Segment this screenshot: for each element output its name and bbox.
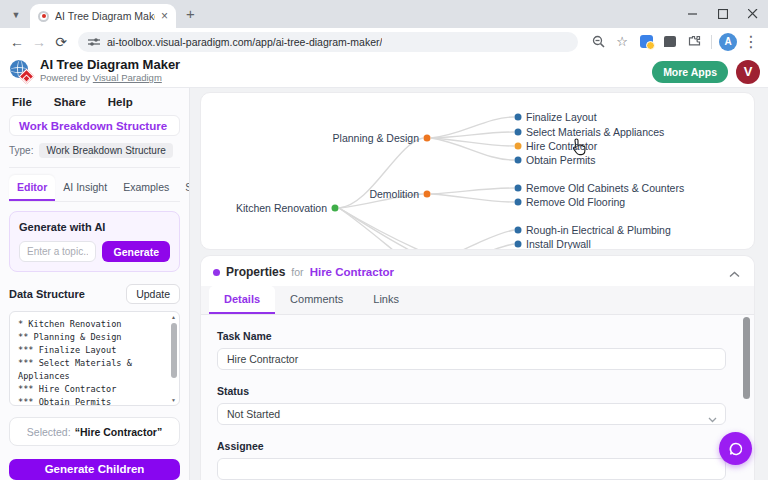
- new-tab-button[interactable]: +: [186, 6, 195, 21]
- sidebar: File Share Help Work Breakdown Structure…: [0, 88, 190, 480]
- tab-details[interactable]: Details: [209, 286, 275, 314]
- tree-node-dot[interactable]: [515, 227, 522, 234]
- user-avatar[interactable]: V: [736, 60, 760, 84]
- menu-share[interactable]: Share: [54, 96, 86, 108]
- browser-toolbar: ← → ⟳ ai-toolbox.visual-paradigm.com/app…: [0, 28, 768, 55]
- tree-node-label[interactable]: Select Materials & Appliances: [526, 126, 664, 138]
- data-structure-editor[interactable]: * Kitchen Renovation ** Planning & Desig…: [9, 311, 180, 406]
- generate-children-button[interactable]: Generate Children: [9, 459, 180, 480]
- scrollbar-thumb[interactable]: [171, 323, 177, 378]
- status-label: Status: [217, 385, 726, 397]
- properties-header: Properties for Hire Contractor: [201, 256, 754, 286]
- tree-link: [455, 244, 514, 250]
- chat-bubble-button[interactable]: [719, 432, 752, 465]
- tree-node-dot[interactable]: [515, 143, 522, 150]
- tree-node-label[interactable]: Obtain Permits: [526, 154, 595, 166]
- scroll-up-icon[interactable]: ▲: [169, 314, 178, 320]
- tree-node-dot[interactable]: [515, 129, 522, 136]
- tree-node-dot[interactable]: [332, 205, 339, 212]
- properties-target: Hire Contractor: [310, 266, 394, 278]
- tab-examples[interactable]: Examples: [115, 175, 177, 201]
- diagram-title-field[interactable]: Work Breakdown Structure: [9, 115, 180, 136]
- extension-colored-icon[interactable]: [636, 32, 656, 52]
- tab-search-chevron-icon[interactable]: ▼: [8, 7, 24, 23]
- tree-node-label[interactable]: Rough-in Electrical & Plumbing: [526, 224, 671, 236]
- zoom-out-icon[interactable]: [588, 32, 608, 52]
- tree-node-label[interactable]: Finalize Layout: [526, 111, 597, 123]
- assignee-label: Assignee: [217, 440, 726, 452]
- assignee-field[interactable]: [217, 458, 726, 480]
- tree-link: [339, 208, 473, 250]
- task-name-field[interactable]: [217, 348, 726, 370]
- browser-tab[interactable]: AI Tree Diagram Maker ×: [30, 4, 176, 28]
- app-logo-icon: [10, 60, 32, 82]
- update-button[interactable]: Update: [126, 284, 180, 304]
- type-label: Type:: [9, 145, 33, 156]
- address-bar[interactable]: ai-toolbox.visual-paradigm.com/app/ai-tr…: [78, 32, 578, 52]
- window-close-button[interactable]: [738, 0, 768, 28]
- tab-ai-insight[interactable]: AI Insight: [55, 175, 115, 201]
- tree-link: [339, 208, 439, 250]
- tree-node-label[interactable]: Kitchen Renovation: [236, 202, 327, 214]
- visual-paradigm-link[interactable]: Visual Paradigm: [93, 72, 162, 83]
- tree-node-dot[interactable]: [424, 135, 431, 142]
- forward-icon[interactable]: →: [28, 31, 50, 53]
- generate-with-ai-panel: Generate with AI Generate: [9, 211, 180, 272]
- selected-value: “Hire Contractor”: [75, 426, 163, 438]
- scroll-down-icon[interactable]: ▼: [169, 397, 178, 403]
- menubar: File Share Help: [9, 88, 180, 115]
- diagram-canvas[interactable]: Kitchen RenovationPlanning & DesignDemol…: [200, 92, 755, 250]
- tree-node-dot[interactable]: [515, 114, 522, 121]
- menu-help[interactable]: Help: [108, 96, 133, 108]
- main-area: Kitchen RenovationPlanning & DesignDemol…: [190, 88, 768, 480]
- browser-profile-avatar[interactable]: A: [719, 33, 737, 51]
- menu-file[interactable]: File: [12, 96, 32, 108]
- tree-node-label[interactable]: Demolition: [369, 188, 419, 200]
- properties-panel: Properties for Hire Contractor Details C…: [200, 255, 755, 480]
- tree-node-dot[interactable]: [515, 157, 522, 164]
- tree-node-dot[interactable]: [424, 191, 431, 198]
- collapse-chevron-icon[interactable]: [729, 264, 740, 282]
- tab-title: AI Tree Diagram Maker: [55, 10, 155, 22]
- reload-icon[interactable]: ⟳: [50, 31, 72, 53]
- tab-comments[interactable]: Comments: [275, 286, 358, 314]
- tree-node-label[interactable]: Planning & Design: [333, 132, 419, 144]
- tree-link: [431, 138, 514, 160]
- toolbar-separator: [711, 35, 712, 49]
- more-apps-button[interactable]: More Apps: [652, 61, 728, 83]
- site-settings-sliders-icon: [88, 37, 100, 47]
- bookmark-star-icon[interactable]: ☆: [612, 32, 632, 52]
- selected-label: Selected:: [27, 426, 71, 438]
- generate-panel-title: Generate with AI: [19, 221, 170, 233]
- scrollbar-thumb[interactable]: [743, 317, 750, 399]
- tab-close-icon[interactable]: ×: [161, 10, 168, 22]
- tab-editor[interactable]: Editor: [9, 175, 55, 201]
- generate-button[interactable]: Generate: [102, 241, 170, 262]
- extensions-puzzle-icon[interactable]: [684, 32, 704, 52]
- back-icon[interactable]: ←: [6, 31, 28, 53]
- browser-menu-dots-icon[interactable]: ⋮: [741, 32, 761, 52]
- topic-input[interactable]: [19, 241, 96, 262]
- data-structure-scrollbar[interactable]: ▲ ▼: [169, 313, 178, 404]
- tree-node-dot[interactable]: [515, 185, 522, 192]
- tree-links-svg: [201, 93, 754, 250]
- type-value-chip: Work Breakdown Structure: [39, 143, 172, 158]
- selected-node-card: Selected: “Hire Contractor”: [9, 417, 180, 446]
- chat-bubble-icon: [728, 441, 744, 457]
- tab-settings[interactable]: Settings: [177, 175, 190, 201]
- data-structure-content[interactable]: * Kitchen Renovation ** Planning & Desig…: [10, 312, 179, 406]
- tree-node-label[interactable]: Hire Contractor: [526, 140, 597, 152]
- browser-tabstrip: ▼ AI Tree Diagram Maker × +: [0, 0, 768, 28]
- tree-node-dot[interactable]: [515, 199, 522, 206]
- page-title: AI Tree Diagram Maker: [40, 58, 180, 73]
- url-text: ai-toolbox.visual-paradigm.com/app/ai-tr…: [107, 36, 382, 48]
- tree-node-label[interactable]: Install Drywall: [526, 238, 591, 250]
- tree-node-label[interactable]: Remove Old Flooring: [526, 196, 625, 208]
- window-minimize-button[interactable]: [678, 0, 708, 28]
- status-select[interactable]: [217, 403, 726, 425]
- window-maximize-button[interactable]: [708, 0, 738, 28]
- tree-node-dot[interactable]: [515, 241, 522, 248]
- tab-links[interactable]: Links: [358, 286, 414, 314]
- extension-dark-icon[interactable]: [660, 32, 680, 52]
- tree-node-label[interactable]: Remove Old Cabinets & Counters: [526, 182, 684, 194]
